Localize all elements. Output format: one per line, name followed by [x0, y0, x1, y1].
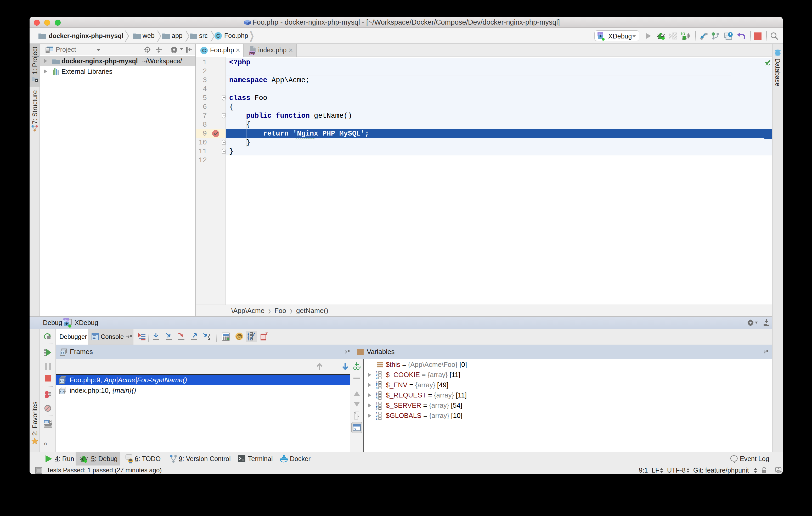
svg-text:3: 3	[376, 397, 377, 400]
svg-text:T: T	[763, 470, 765, 473]
svg-text:3: 3	[376, 407, 377, 410]
svg-text:3: 3	[376, 386, 377, 389]
svg-text:3: 3	[248, 338, 249, 341]
svg-text:3: 3	[376, 376, 377, 379]
svg-text:php: php	[249, 51, 255, 55]
svg-text:3: 3	[376, 417, 377, 420]
